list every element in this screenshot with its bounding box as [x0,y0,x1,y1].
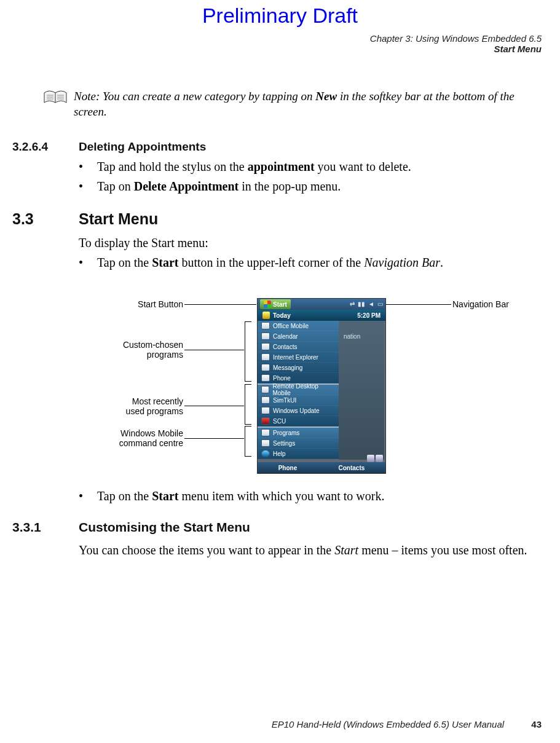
note-bold: New [315,90,337,103]
bullet-text: you want to delete. [315,160,411,173]
clock-time: 5:20 PM [357,312,381,319]
callout-mru-1: Most recently [117,396,183,407]
paragraph-3-3-1: You can choose the items you want to app… [79,542,546,559]
menu-label: SCU [273,418,286,425]
leader-line [184,406,244,406]
menu-label: Contacts [273,344,297,350]
app-icon [261,343,270,350]
signal-icon: ▮▮ [358,301,365,307]
draft-watermark: Preliminary Draft [0,4,560,28]
today-row[interactable]: Today 5:20 PM [258,310,385,321]
page-number: 43 [531,719,542,729]
background-text: nation [344,333,360,340]
menu-label: Settings [273,440,295,447]
bracket [245,321,251,382]
app-icon [261,417,270,425]
callout-start-button: Start Button [122,299,183,310]
navigation-bar[interactable]: Start ⇄ ▮▮ ◄ ▭ [258,299,385,310]
callout-wm-1: Windows Mobile [106,428,183,439]
bullet-33-after: • Tap on the Start menu item with which … [79,489,546,503]
note-text: Note: You can create a new category by t… [74,89,542,119]
menu-label: Messaging [273,364,302,371]
bullet-dot: • [79,256,97,270]
softkey-left[interactable]: Phone [278,465,298,471]
menu-command-centre: Programs Settings Help [258,428,339,459]
menu-item[interactable]: SCU [258,416,339,427]
header-chapter: Chapter 3: Using Windows Embedded 6.5 [370,33,542,44]
nav-status-icons: ⇄ ▮▮ ◄ ▭ [350,301,383,307]
menu-label: SimTkUI [273,397,296,404]
today-label: Today [273,312,291,319]
menu-item[interactable]: Remote Desktop Mobile [258,385,339,395]
bullet-dot: • [79,489,97,503]
bullet-bold: Delete Appointment [134,179,239,193]
leader-line [184,350,244,350]
para-text: You can choose the items you want to app… [79,543,334,557]
menu-label: Windows Update [273,407,320,414]
callout-custom-2: programs [111,350,183,360]
help-icon [261,450,270,457]
menu-item[interactable]: Phone [258,373,339,383]
section-heading-customising: Customising the Start Menu [79,520,250,535]
start-button[interactable]: Start [260,299,291,309]
app-icon [261,332,270,340]
menu-custom-programs: Office Mobile Calendar Contacts Internet… [258,321,339,383]
battery-icon: ▭ [377,301,383,307]
menu-item[interactable]: Help [258,449,339,459]
bullet-bold: Start [152,256,178,269]
bullet-bold: Start [152,489,178,503]
menu-item[interactable]: Internet Explorer [258,352,339,363]
start-button-label: Start [273,301,287,308]
book-icon [43,89,68,106]
connectivity-icon: ⇄ [350,301,355,307]
softkey-bar: Phone Contacts [258,462,385,473]
menu-item[interactable]: Messaging [258,363,339,373]
bracket [245,384,251,425]
app-icon [261,429,270,436]
bullet-text: Tap on the [97,256,152,269]
menu-item[interactable]: Programs [258,428,339,438]
app-icon [261,407,270,414]
tray-icon [367,455,374,462]
leader-line [184,438,244,439]
bullet-3264-2: • Tap on Delete Appointment in the pop-u… [79,179,546,194]
menu-item[interactable]: SimTkUI [258,395,339,406]
bullet-text: button in the upper-left corner of the [178,256,364,269]
para-text: menu – items you use most often. [358,543,527,557]
section-heading-start-menu: Start Menu [79,210,158,228]
menu-item[interactable]: Contacts [258,342,339,352]
device-right-pane: nation [339,321,384,460]
softkey-right[interactable]: Contacts [339,465,365,471]
menu-recent-programs: Remote Desktop Mobile SimTkUI Windows Up… [258,385,339,427]
note-block: Note: You can create a new category by t… [43,89,542,119]
bullet-dot: • [79,179,97,194]
paragraph-3-3-intro: To display the Start menu: [79,235,546,251]
menu-item[interactable]: Office Mobile [258,321,339,331]
menu-label: Internet Explorer [273,354,318,361]
note-text-a: You can create a new category by tapping… [100,90,315,103]
app-icon [261,322,270,329]
bullet-italic: Navigation Bar [364,256,440,269]
volume-icon: ◄ [368,301,374,307]
app-icon [261,364,270,371]
menu-item[interactable]: Windows Update [258,406,339,416]
header-section: Start Menu [370,44,542,54]
note-prefix: Note: [74,90,100,103]
bullet-text: Tap on the [97,489,152,503]
menu-item[interactable]: Calendar [258,331,339,342]
menu-label: Calendar [273,333,298,340]
bullet-text: . [440,256,443,269]
menu-label: Programs [273,430,299,436]
page-header: Chapter 3: Using Windows Embedded 6.5 St… [370,33,542,54]
para-italic: Start [334,543,358,557]
tray-icon [376,455,383,462]
menu-label: Remote Desktop Mobile [272,383,335,396]
menu-label: Phone [273,375,291,382]
section-number-3-3: 3.3 [12,210,34,228]
app-icon [261,353,270,361]
system-tray [367,455,383,462]
section-number-3-3-1: 3.3.1 [12,520,41,535]
callout-wm-2: command centre [106,438,183,449]
menu-item[interactable]: Settings [258,438,339,449]
page-footer: EP10 Hand-Held (Windows Embedded 6.5) Us… [272,719,542,729]
